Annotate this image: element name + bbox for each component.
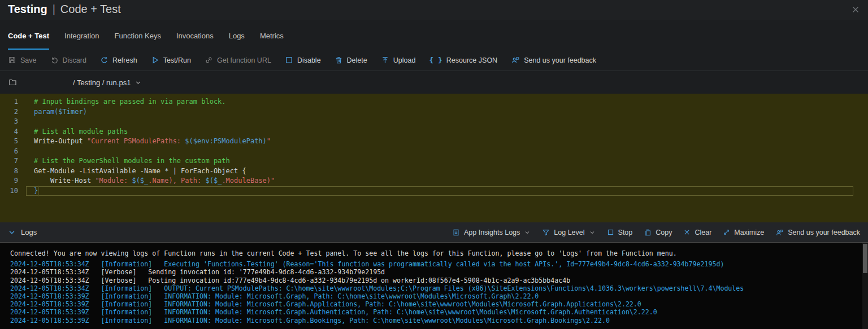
feedback-person-icon bbox=[775, 229, 784, 236]
braces-icon: { } bbox=[429, 56, 442, 64]
tab-integration[interactable]: Integration bbox=[64, 32, 99, 50]
logs-panel-header: Logs App Insights Logs Log Level Stop Co… bbox=[0, 222, 868, 243]
line-number: 8 bbox=[5, 166, 26, 177]
trash-icon bbox=[335, 56, 343, 64]
tab-metrics[interactable]: Metrics bbox=[260, 32, 284, 50]
play-icon bbox=[151, 56, 159, 64]
tab-bar: Code + Test Integration Function Keys In… bbox=[0, 20, 868, 50]
app-insights-logs-dropdown[interactable]: App Insights Logs bbox=[452, 229, 531, 236]
title-separator: | bbox=[53, 3, 55, 16]
line-number: 1 bbox=[5, 97, 26, 107]
code-line[interactable]: 8 Get-Module -ListAvailable -Name * | Fo… bbox=[5, 166, 868, 177]
log-line-connected: Connected! You are now viewing logs of F… bbox=[10, 249, 868, 257]
refresh-button[interactable]: Refresh bbox=[100, 56, 137, 64]
save-icon bbox=[8, 56, 16, 64]
title-bar: Testing | Code + Test bbox=[0, 0, 868, 20]
folder-icon[interactable] bbox=[8, 78, 18, 87]
code-line-current[interactable]: 10 } bbox=[5, 186, 868, 196]
code-line[interactable]: 9 Write-Host "Module: $($_.Name), Path: … bbox=[5, 176, 868, 186]
file-path-selector[interactable]: / Testing / run.ps1 bbox=[73, 78, 142, 87]
logs-collapse-toggle[interactable]: Logs bbox=[8, 228, 37, 236]
log-line: 2024-12-05T18:53:39Z [Information] INFOR… bbox=[10, 308, 868, 316]
feedback-button[interactable]: Send us your feedback bbox=[511, 56, 596, 64]
line-number: 2 bbox=[5, 107, 26, 117]
upload-button[interactable]: Upload bbox=[381, 56, 416, 64]
code-line[interactable]: 2 param($Timer) bbox=[5, 107, 868, 117]
tab-code-test[interactable]: Code + Test bbox=[8, 32, 49, 50]
code-line[interactable]: 3 bbox=[5, 117, 868, 127]
line-number: 5 bbox=[5, 137, 26, 147]
indent-guide bbox=[38, 186, 39, 196]
checkbox-icon bbox=[285, 56, 293, 64]
line-number: 6 bbox=[5, 147, 26, 157]
code-line[interactable]: 6 bbox=[5, 147, 868, 157]
copy-icon bbox=[644, 229, 652, 236]
log-line: 2024-12-05T18:53:34Z [Information] OUTPU… bbox=[10, 284, 868, 292]
line-number: 10 bbox=[5, 186, 26, 196]
scrollbar-thumb[interactable] bbox=[863, 244, 867, 273]
log-line: 2024-12-05T18:53:34Z [Information] Execu… bbox=[10, 260, 868, 268]
save-button[interactable]: Save bbox=[8, 56, 37, 64]
stop-button[interactable]: Stop bbox=[607, 229, 633, 236]
copy-button[interactable]: Copy bbox=[644, 229, 672, 236]
resource-json-button[interactable]: { } Resource JSON bbox=[429, 56, 497, 64]
line-number: 3 bbox=[5, 117, 26, 127]
chevron-down-icon bbox=[589, 229, 596, 236]
page-title-view-name: Code + Test bbox=[60, 3, 121, 16]
tab-logs[interactable]: Logs bbox=[229, 32, 245, 50]
close-icon[interactable] bbox=[850, 4, 861, 15]
line-number: 7 bbox=[5, 156, 26, 166]
log-line: 2024-12-05T18:53:34Z [Verbose] Posting i… bbox=[10, 277, 868, 284]
test-run-button[interactable]: Test/Run bbox=[151, 56, 191, 64]
log-scrollbar[interactable] bbox=[862, 243, 868, 329]
chevron-down-icon bbox=[8, 229, 16, 236]
line-number: 9 bbox=[5, 176, 26, 186]
log-line: 2024-12-05T18:53:39Z [Information] INFOR… bbox=[10, 317, 868, 324]
code-line[interactable]: 4 # List all module paths bbox=[5, 127, 868, 137]
tab-function-keys[interactable]: Function Keys bbox=[115, 32, 161, 50]
command-toolbar: Save Discard Refresh Test/Run Get functi… bbox=[0, 50, 868, 71]
code-editor[interactable]: 1 # Input bindings are passed in via par… bbox=[0, 94, 868, 222]
logs-feedback-button[interactable]: Send us your feedback bbox=[775, 229, 860, 236]
logs-actions: App Insights Logs Log Level Stop Copy Cl… bbox=[452, 229, 860, 236]
log-line: 2024-12-05T18:53:34Z [Verbose] Sending i… bbox=[10, 268, 868, 276]
chevron-down-icon bbox=[134, 79, 142, 86]
delete-button[interactable]: Delete bbox=[335, 56, 367, 64]
feedback-person-icon bbox=[511, 56, 520, 64]
discard-button[interactable]: Discard bbox=[50, 56, 86, 64]
stop-icon bbox=[607, 229, 614, 236]
refresh-icon bbox=[100, 56, 108, 64]
code-line[interactable]: 1 # Input bindings are passed in via par… bbox=[5, 97, 868, 107]
tab-invocations[interactable]: Invocations bbox=[176, 32, 214, 50]
disable-button[interactable]: Disable bbox=[285, 56, 321, 64]
log-line: 2024-12-05T18:53:39Z [Information] INFOR… bbox=[10, 292, 868, 300]
code-line[interactable]: 7 # List the PowerShell modules in the c… bbox=[5, 156, 868, 166]
file-breadcrumb-row: / Testing / run.ps1 bbox=[0, 71, 868, 94]
clear-button[interactable]: Clear bbox=[683, 229, 711, 236]
breadcrumb: / Testing / run.ps1 bbox=[73, 78, 131, 87]
maximize-icon bbox=[723, 229, 730, 236]
document-icon bbox=[452, 229, 460, 236]
line-number: 4 bbox=[5, 127, 26, 137]
undo-icon bbox=[50, 56, 59, 64]
link-icon bbox=[205, 56, 213, 64]
filter-icon bbox=[542, 229, 550, 236]
log-console[interactable]: Connected! You are now viewing logs of F… bbox=[0, 243, 868, 329]
log-level-dropdown[interactable]: Log Level bbox=[542, 229, 595, 236]
page-title-function-name: Testing bbox=[8, 3, 47, 16]
maximize-button[interactable]: Maximize bbox=[723, 229, 764, 236]
function-code-test-panel: Testing | Code + Test Code + Test Integr… bbox=[0, 0, 868, 329]
chevron-down-icon bbox=[524, 229, 531, 236]
get-function-url-button[interactable]: Get function URL bbox=[205, 56, 271, 64]
clear-x-icon bbox=[683, 229, 691, 236]
upload-icon bbox=[381, 56, 389, 64]
log-line: 2024-12-05T18:53:39Z [Information] INFOR… bbox=[10, 300, 868, 308]
code-line[interactable]: 5 Write-Output "Current PSModulePaths: $… bbox=[5, 137, 868, 147]
